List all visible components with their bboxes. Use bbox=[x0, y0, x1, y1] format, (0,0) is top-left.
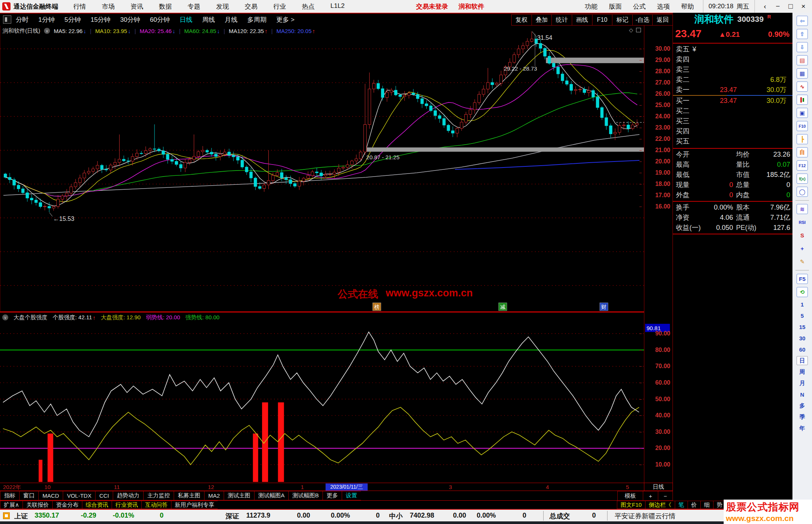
extension-tab-3[interactable]: 综合资讯 bbox=[82, 501, 112, 509]
collapse-icon[interactable]: ∨ bbox=[2, 314, 8, 320]
period-tab-0[interactable]: 分时 bbox=[16, 15, 29, 24]
indicator-tab-10[interactable]: 测试幅图A bbox=[254, 491, 288, 500]
sidebar-period-1[interactable]: 1 bbox=[797, 300, 808, 309]
extension-tab-6[interactable]: 新用户福利专享 bbox=[171, 501, 218, 509]
indicator-tab-6[interactable]: 主力监控 bbox=[143, 491, 174, 500]
indicator-tab-0[interactable]: 指标 bbox=[0, 491, 19, 500]
extension-tab-5[interactable]: 互动问答 bbox=[141, 501, 171, 509]
period-tab-5[interactable]: 60分钟 bbox=[150, 15, 170, 24]
back-icon[interactable]: ⇦ bbox=[797, 16, 808, 26]
info-pages-icon[interactable]: ▣ bbox=[797, 108, 808, 118]
collapse-icon[interactable]: ∨ bbox=[44, 28, 50, 34]
page-down-icon[interactable]: ⇩ bbox=[797, 42, 808, 52]
menu-item-0[interactable]: 行情 bbox=[73, 2, 86, 11]
wave-icon[interactable]: ≋ bbox=[797, 204, 808, 214]
indicator-tab-9[interactable]: 测试主图 bbox=[224, 491, 254, 500]
nav-back-icon[interactable]: ‹ bbox=[759, 2, 771, 11]
pane-icon[interactable] bbox=[636, 28, 641, 32]
extension-right-tab-0[interactable]: 图文F10 bbox=[617, 501, 645, 509]
axis-period-box[interactable]: 日线 bbox=[644, 483, 673, 491]
indicator-tab-5[interactable]: 趋势动力 bbox=[113, 491, 143, 500]
menu-item-3[interactable]: 数据 bbox=[159, 2, 172, 11]
restore-icon[interactable]: □ bbox=[784, 2, 797, 11]
tool-button-4[interactable]: F10 bbox=[592, 14, 612, 26]
sidebar-period-季[interactable]: 季 bbox=[797, 412, 808, 421]
move-icon[interactable]: + bbox=[797, 243, 808, 254]
f10-icon[interactable]: F10 bbox=[797, 121, 808, 131]
extension-tab-4[interactable]: 行业资讯 bbox=[112, 501, 141, 509]
layout-icon[interactable] bbox=[3, 15, 11, 24]
extension-right-tab-2[interactable]: 笔 bbox=[675, 501, 688, 509]
indicator-tab-13[interactable]: 设置 bbox=[342, 491, 361, 500]
indicator-tab-8[interactable]: MA2 bbox=[204, 491, 224, 500]
menu-item-5[interactable]: 发现 bbox=[216, 2, 229, 11]
refresh-icon[interactable]: ⟲ bbox=[797, 287, 808, 297]
extension-right-tab-3[interactable]: 价 bbox=[688, 501, 700, 509]
main-kline-chart[interactable]: 润和软件(日线) ∨ MA5: 22.96↓|MA10: 23.95↓|MA20… bbox=[0, 26, 644, 312]
template-button-2[interactable]: − bbox=[658, 491, 673, 501]
stock-quick-link[interactable]: 润和软件 bbox=[459, 2, 484, 11]
period-tab-4[interactable]: 30分钟 bbox=[120, 15, 140, 24]
rsi-icon[interactable]: RSI bbox=[797, 217, 808, 227]
date-axis[interactable]: 2023/01/11/三 2022年1011121345 bbox=[0, 483, 644, 491]
template-button-1[interactable]: + bbox=[643, 491, 658, 501]
menu-item-1[interactable]: 市场 bbox=[102, 2, 115, 11]
sidebar-period-15[interactable]: 15 bbox=[797, 322, 808, 331]
menu-right-item-2[interactable]: 公式 bbox=[633, 2, 646, 11]
loop-icon[interactable]: ◯ bbox=[797, 187, 808, 197]
indicator-tab-7[interactable]: 私募主图 bbox=[174, 491, 204, 500]
sidebar-period-30[interactable]: 30 bbox=[797, 334, 808, 343]
menu-right-item-0[interactable]: 功能 bbox=[585, 2, 598, 11]
f5-icon[interactable]: F5 bbox=[797, 274, 808, 284]
period-tab-3[interactable]: 15分钟 bbox=[91, 15, 111, 24]
extension-tab-1[interactable]: 关联报价 bbox=[23, 501, 52, 509]
period-tab-2[interactable]: 5分钟 bbox=[64, 15, 80, 24]
menu-right-item-1[interactable]: 版面 bbox=[609, 2, 622, 11]
zixuan-icon[interactable]: 自 bbox=[797, 147, 808, 157]
sidebar-period-60[interactable]: 60 bbox=[797, 345, 808, 354]
menu-item-8[interactable]: 热点 bbox=[302, 2, 315, 11]
f12-icon[interactable]: F12 bbox=[797, 160, 808, 171]
tool-button-5[interactable]: 标记 bbox=[612, 14, 632, 26]
s-coil-icon[interactable]: S bbox=[797, 230, 808, 240]
tree-icon[interactable]: ┣ bbox=[797, 134, 808, 144]
quote-report-icon[interactable]: ▤ bbox=[797, 55, 808, 65]
period-tab-1[interactable]: 1分钟 bbox=[38, 15, 55, 24]
sidebar-period-5[interactable]: 5 bbox=[797, 311, 808, 320]
indicator-tab-1[interactable]: 窗口 bbox=[19, 491, 38, 500]
indicator-tab-2[interactable]: MACD bbox=[38, 491, 63, 500]
pencil-icon[interactable]: ✎ bbox=[797, 257, 808, 267]
trade-login-status[interactable]: 交易未登录 bbox=[416, 2, 448, 11]
extension-tab-2[interactable]: 资金分布 bbox=[52, 501, 82, 509]
menu-item-6[interactable]: 交易 bbox=[245, 2, 258, 11]
sidebar-period-周[interactable]: 周 bbox=[797, 367, 808, 376]
indicator-tab-4[interactable]: CCI bbox=[95, 491, 113, 500]
kline-icon[interactable] bbox=[797, 95, 808, 105]
menu-item-9[interactable]: L1L2 bbox=[330, 2, 345, 11]
menu-right-item-4[interactable]: 帮助 bbox=[681, 2, 694, 11]
menu-item-2[interactable]: 资讯 bbox=[130, 2, 143, 11]
diamond-icon[interactable]: ◇ bbox=[629, 27, 633, 33]
indicator-tab-11[interactable]: 测试幅图B bbox=[288, 491, 323, 500]
indicator-tab-12[interactable]: 更多 bbox=[323, 491, 342, 500]
extension-tab-0[interactable]: 扩展∧ bbox=[0, 501, 23, 509]
template-button-0[interactable]: 模板 bbox=[617, 491, 643, 501]
sidebar-period-N[interactable]: N bbox=[797, 390, 808, 399]
tool-button-2[interactable]: 统计 bbox=[551, 14, 572, 26]
sidebar-period-月[interactable]: 月 bbox=[797, 379, 808, 388]
menu-item-4[interactable]: 专题 bbox=[188, 2, 200, 11]
period-tab-6[interactable]: 日线 bbox=[180, 15, 192, 24]
minimize-icon[interactable]: − bbox=[771, 2, 784, 11]
tool-button-6[interactable]: -自选 bbox=[632, 14, 653, 26]
formula-icon[interactable]: f(x) bbox=[797, 174, 808, 184]
extension-right-tab-4[interactable]: 细 bbox=[700, 501, 713, 509]
sidebar-period-日[interactable]: 日 bbox=[797, 356, 808, 365]
period-tab-7[interactable]: 周线 bbox=[202, 15, 215, 24]
sidebar-period-多[interactable]: 多 bbox=[797, 401, 808, 410]
trend-line-icon[interactable]: ∿ bbox=[797, 82, 808, 92]
period-tab-9[interactable]: 多周期 bbox=[247, 15, 267, 24]
page-up-icon[interactable]: ⇧ bbox=[797, 29, 808, 39]
extension-right-tab-1[interactable]: 侧边栏《 bbox=[645, 501, 675, 509]
tool-button-0[interactable]: 复权 bbox=[511, 14, 532, 26]
sidebar-period-年[interactable]: 年 bbox=[797, 424, 808, 433]
